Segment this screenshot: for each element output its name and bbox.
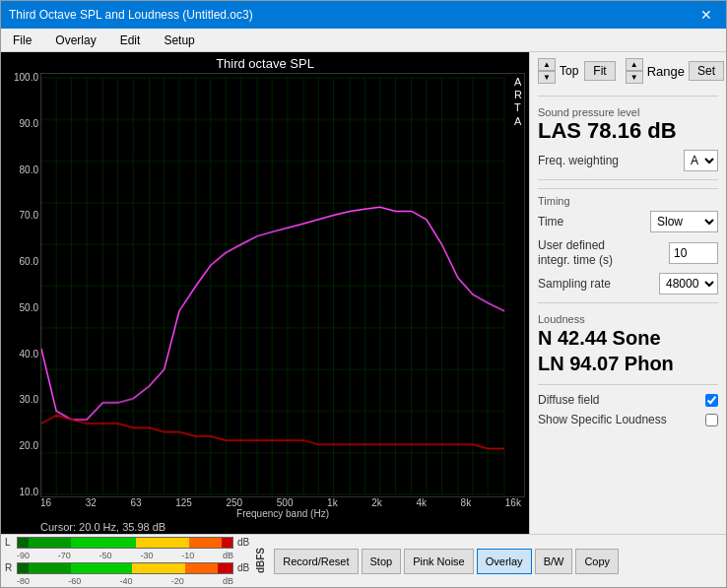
dB-unit-R: dB <box>237 562 249 573</box>
menu-setup[interactable]: Setup <box>156 32 202 49</box>
menu-bar: File Overlay Edit Setup <box>1 29 726 52</box>
scale-dB-L: dB <box>223 551 233 560</box>
stop-button[interactable]: Stop <box>362 549 402 574</box>
close-button[interactable]: ✕ <box>694 5 718 25</box>
top-down-button[interactable]: ▼ <box>538 71 556 84</box>
set-button[interactable]: Set <box>689 61 724 81</box>
y-label-1: 90.0 <box>20 119 38 129</box>
time-select[interactable]: Slow Fast Impulse <box>650 211 718 232</box>
x-label-6: 1k <box>327 497 338 508</box>
channel-L-label: L <box>5 537 15 548</box>
window-title: Third Octave SPL and Loudness (Untitled.… <box>9 8 253 22</box>
freq-weighting-label: Freq. weighting <box>538 154 619 167</box>
y-label-0: 100.0 <box>14 73 38 83</box>
top-controls: ▲ ▼ Top Fit ▲ ▼ Range Set <box>538 58 718 84</box>
meter-bar-L <box>17 537 233 549</box>
bottom-bar: L dB -90 -70 -50 -30 -10 <box>1 534 726 587</box>
action-buttons: Record/Reset Stop Pink Noise Overlay B/W… <box>274 549 619 574</box>
scale-L-2: -50 <box>99 551 112 560</box>
chart-plot[interactable]: ARTA <box>40 73 525 497</box>
dB-unit-L: dB <box>237 537 249 548</box>
x-label-4: 250 <box>227 497 243 508</box>
chart-canvas[interactable] <box>41 74 524 496</box>
sampling-rate-row: Sampling rate 44100 48000 96000 <box>538 273 718 294</box>
show-specific-checkbox[interactable] <box>705 414 718 426</box>
loudness-section-label: Loudness <box>538 313 718 325</box>
x-label-7: 2k <box>371 497 382 508</box>
y-label-2: 80.0 <box>20 165 38 175</box>
top-spinners: ▲ ▼ <box>538 58 556 84</box>
top-up-button[interactable]: ▲ <box>538 58 556 71</box>
show-specific-label: Show Specific Loudness <box>538 413 667 426</box>
timing-section: Timing Time Slow Fast Impulse User defin… <box>538 188 718 294</box>
x-axis-title: Frequency band (Hz) <box>5 508 525 519</box>
fit-button[interactable]: Fit <box>584 61 615 81</box>
title-bar: Third Octave SPL and Loudness (Untitled.… <box>1 1 726 29</box>
right-panel: ▲ ▼ Top Fit ▲ ▼ Range Set So <box>529 52 726 534</box>
scale-R-2: -40 <box>119 576 132 586</box>
y-axis: 100.0 90.0 80.0 70.0 60.0 50.0 40.0 30.0… <box>5 73 40 497</box>
user-integr-row: User defined integr. time (s) <box>538 238 718 267</box>
x-axis-labels: 16 32 63 125 250 500 1k 2k 4k 8k 16k <box>5 497 525 508</box>
loudness-section: Loudness N 42.44 Sone LN 94.07 Phon <box>538 311 718 376</box>
x-label-9: 8k <box>461 497 472 508</box>
scale-L-0: -90 <box>17 551 30 560</box>
freq-weighting-row: Freq. weighting A B C Z <box>538 150 718 171</box>
pink-noise-button[interactable]: Pink Noise <box>404 549 474 574</box>
ln-value: LN 94.07 Phon <box>538 351 718 376</box>
scale-L-3: -30 <box>140 551 153 560</box>
n-value: N 42.44 Sone <box>538 325 718 351</box>
record-reset-button[interactable]: Record/Reset <box>274 549 358 574</box>
scale-R-1: -60 <box>68 576 81 586</box>
y-label-7: 30.0 <box>20 395 38 405</box>
user-integr-input[interactable] <box>669 242 718 264</box>
menu-edit[interactable]: Edit <box>112 32 149 49</box>
diffuse-field-label: Diffuse field <box>538 393 599 407</box>
chart-area: Third octave SPL 100.0 90.0 80.0 70.0 60… <box>1 52 529 534</box>
channel-R-label: R <box>5 562 15 573</box>
main-content: Third octave SPL 100.0 90.0 80.0 70.0 60… <box>1 52 726 534</box>
timing-label: Timing <box>538 195 718 207</box>
chart-container: 100.0 90.0 80.0 70.0 60.0 50.0 40.0 30.0… <box>5 73 525 497</box>
diffuse-field-checkbox[interactable] <box>705 394 718 407</box>
x-label-8: 4k <box>416 497 427 508</box>
menu-overlay[interactable]: Overlay <box>47 32 103 49</box>
y-label-5: 50.0 <box>20 303 38 313</box>
freq-weighting-select[interactable]: A B C Z <box>684 150 718 171</box>
x-label-0: 16 <box>40 497 51 508</box>
meter-bar-R <box>17 562 233 574</box>
x-label-2: 63 <box>130 497 141 508</box>
divider-4 <box>538 384 718 385</box>
time-row: Time Slow Fast Impulse <box>538 211 718 232</box>
scale-L-1: -70 <box>58 551 71 560</box>
dBFS-label: dBFS <box>255 548 266 573</box>
y-label-9: 10.0 <box>20 488 38 497</box>
spl-section: Sound pressure level LAS 78.16 dB <box>538 104 718 144</box>
meter-row-L: L dB <box>5 537 249 549</box>
divider-2 <box>538 179 718 180</box>
range-down-button[interactable]: ▼ <box>626 71 643 84</box>
arta-label: ARTA <box>514 76 522 128</box>
range-up-button[interactable]: ▲ <box>626 58 643 71</box>
y-label-3: 70.0 <box>20 211 38 221</box>
copy-button[interactable]: Copy <box>575 549 619 574</box>
y-label-4: 60.0 <box>20 257 38 267</box>
divider-3 <box>538 302 718 303</box>
y-label-8: 20.0 <box>20 441 38 451</box>
scale-R-0: -80 <box>17 576 30 586</box>
bw-button[interactable]: B/W <box>535 549 573 574</box>
user-integr-label: User defined integr. time (s) <box>538 238 636 267</box>
diffuse-field-row: Diffuse field <box>538 393 718 407</box>
range-spinners: ▲ ▼ <box>626 58 643 84</box>
range-label: Range <box>647 64 685 79</box>
x-label-3: 125 <box>175 497 192 508</box>
menu-file[interactable]: File <box>5 32 39 49</box>
scale-dB-R: dB <box>223 576 233 586</box>
overlay-button[interactable]: Overlay <box>477 549 532 574</box>
sampling-rate-select[interactable]: 44100 48000 96000 <box>659 273 718 294</box>
show-specific-row: Show Specific Loudness <box>538 413 718 426</box>
x-label-10: 16k <box>505 497 521 508</box>
time-label: Time <box>538 215 563 229</box>
scale-L-4: -10 <box>181 551 194 560</box>
scale-R-3: -20 <box>171 576 184 586</box>
